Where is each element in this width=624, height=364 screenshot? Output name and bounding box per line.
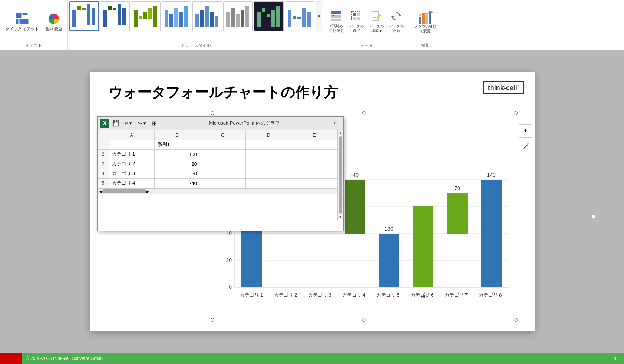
handle-mid-right[interactable] <box>592 215 595 218</box>
cell-4d[interactable] <box>246 169 291 178</box>
excel-icon: X <box>100 119 109 128</box>
cell-3d[interactable] <box>246 159 291 169</box>
cell-5a[interactable]: カテゴリ 4 <box>109 178 154 188</box>
scroll-thumb-h[interactable] <box>102 189 146 193</box>
chart-style-5[interactable] <box>192 1 222 31</box>
scroll-up-arrow[interactable]: ▲ <box>338 130 343 136</box>
cell-2e[interactable] <box>291 149 337 159</box>
scroll-left-arrow[interactable]: ◀ <box>99 189 102 193</box>
cell-2b[interactable]: 100 <box>154 149 200 159</box>
data-update-icon <box>390 10 402 24</box>
cell-1c[interactable] <box>200 140 245 149</box>
excel-grid-wrap: A B C D E 1 <box>98 130 343 220</box>
excel-undo-button[interactable]: ↩ ▾ <box>123 120 134 127</box>
svg-rect-62 <box>429 11 431 24</box>
excel-scroll-vertical[interactable]: ▲ ▼ <box>337 130 343 220</box>
excel-scroll-horizontal[interactable]: ◀ ▶ <box>98 188 337 194</box>
scroll-down-arrow[interactable]: ▼ <box>338 214 343 220</box>
svg-rect-52 <box>357 17 360 20</box>
svg-rect-9 <box>92 8 95 25</box>
col-header-a[interactable]: A <box>109 130 154 140</box>
col-header-d[interactable]: D <box>246 130 291 140</box>
svg-text:カテゴリ 8: カテゴリ 8 <box>478 292 502 298</box>
svg-rect-30 <box>226 12 230 27</box>
svg-text:0: 0 <box>229 284 232 290</box>
bar-cat6 <box>413 206 433 287</box>
excel-save-icon[interactable]: 💾 <box>112 120 120 127</box>
chart-style-2[interactable] <box>100 1 130 31</box>
data-update-button[interactable]: データの更新 <box>387 9 406 34</box>
table-row: 2 カテゴリ 1 100 <box>98 149 337 159</box>
excel-insert-icon[interactable]: ⊞ <box>151 119 158 128</box>
scroll-right-arrow[interactable]: ▶ <box>146 189 149 193</box>
data-edit-button[interactable]: データの編集 ▾ <box>367 9 386 34</box>
cell-4e[interactable] <box>291 169 337 178</box>
cell-4c[interactable] <box>200 169 245 178</box>
svg-rect-23 <box>179 12 183 27</box>
row-num-2: 2 <box>98 149 109 159</box>
table-row: 4 カテゴリ 3 50 <box>98 169 337 178</box>
col-header-b[interactable]: B <box>154 130 200 140</box>
color-change-button[interactable]: 色の 変更 <box>43 10 65 33</box>
cell-2d[interactable] <box>246 149 291 159</box>
cell-5b[interactable]: -40 <box>154 178 200 188</box>
cell-5d[interactable] <box>246 178 291 188</box>
svg-rect-3 <box>19 19 29 24</box>
chart-style-3[interactable] <box>131 1 161 31</box>
row-num-4: 4 <box>98 169 109 178</box>
svg-rect-6 <box>77 6 81 10</box>
chart-style-4[interactable] <box>162 1 191 31</box>
svg-rect-37 <box>267 14 270 17</box>
svg-rect-5 <box>72 10 76 27</box>
data-edit-icon <box>370 10 382 24</box>
svg-rect-41 <box>293 16 296 19</box>
cell-4b[interactable]: 50 <box>154 169 200 178</box>
add-element-button[interactable]: + <box>519 124 532 138</box>
cell-3b[interactable]: 20 <box>154 159 200 169</box>
svg-rect-11 <box>108 6 112 10</box>
excel-close-button[interactable]: × <box>331 118 340 128</box>
slide: ウォータフォールチャートの作り方 think-cell' グラフ タイトル <box>90 72 535 331</box>
chart-style-6[interactable] <box>223 1 253 31</box>
chart-thumbnails: ▼ <box>69 1 322 38</box>
svg-rect-45 <box>331 11 341 14</box>
col-header-e[interactable]: E <box>291 130 337 140</box>
svg-rect-39 <box>276 6 280 27</box>
cell-3e[interactable] <box>291 159 337 169</box>
svg-rect-40 <box>288 10 291 27</box>
handle-top-left[interactable] <box>211 111 214 115</box>
svg-text:カテゴリ 7: カテゴリ 7 <box>444 292 468 298</box>
cell-5c[interactable] <box>200 178 245 188</box>
cell-1b[interactable]: 系列1 <box>154 140 200 149</box>
svg-rect-51 <box>353 17 356 20</box>
scroll-thumb-v[interactable] <box>339 136 342 214</box>
row-col-switch-button[interactable]: 行/列の切り替え <box>327 9 346 34</box>
excel-redo-button[interactable]: ↪ ▾ <box>136 120 148 127</box>
col-header-c[interactable]: C <box>200 130 245 140</box>
chart-style-7-dark[interactable] <box>254 1 284 31</box>
chart-style-8[interactable] <box>285 1 314 31</box>
data-select-button[interactable]: データの選択 <box>347 9 366 34</box>
chart-style-scroll-down[interactable]: ▼ <box>316 1 322 31</box>
chart-style-1[interactable] <box>69 1 99 31</box>
handle-top-center[interactable] <box>362 111 366 115</box>
quick-layout-button[interactable]: クイック イアウト <box>3 10 41 33</box>
chart-type-button[interactable]: グラフの種類の変更 <box>412 8 439 35</box>
svg-rect-59 <box>419 17 421 24</box>
status-bar: © 2002-2025 think-cell Software GmbH 1 <box>0 353 624 364</box>
ribbon-group-type: グラフの種類の変更 種類 <box>409 0 442 50</box>
cell-2a[interactable]: カテゴリ 1 <box>109 149 154 159</box>
cell-4a[interactable]: カテゴリ 3 <box>109 169 154 178</box>
cell-1e[interactable] <box>291 140 337 149</box>
cell-3a[interactable]: カテゴリ 2 <box>109 159 154 169</box>
cell-1a[interactable] <box>109 140 154 149</box>
svg-rect-29 <box>215 16 218 27</box>
cell-3c[interactable] <box>200 159 245 169</box>
cell-1d[interactable] <box>246 140 291 149</box>
layout-group-label: イアウト <box>26 43 42 48</box>
chart-side-buttons: + <box>519 124 532 152</box>
cell-2c[interactable] <box>200 149 245 159</box>
cell-5e[interactable] <box>291 178 337 188</box>
pen-button[interactable] <box>519 139 532 152</box>
handle-top-right[interactable] <box>514 111 518 115</box>
